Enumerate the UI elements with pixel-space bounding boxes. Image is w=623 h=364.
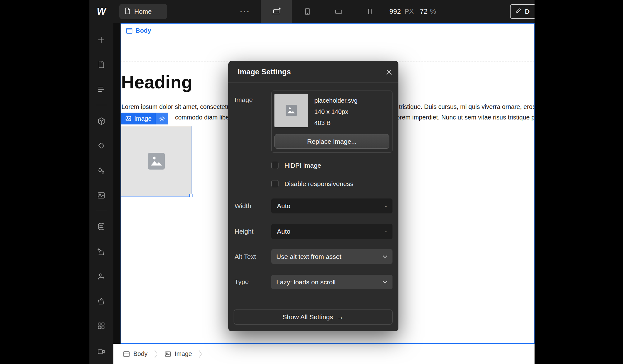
apps-grid-icon [97,322,105,330]
gear-icon [159,116,165,122]
breadcrumb-label: Image [175,350,192,357]
breadcrumb-label: Body [133,350,148,357]
alt-text-label: Alt Text [235,253,256,260]
show-all-settings-button[interactable]: Show All Settings → [234,310,392,324]
canvas-width-value[interactable]: 992 [389,7,401,16]
pages-button[interactable] [94,57,109,72]
breakpoint-desktop-base[interactable] [261,0,292,23]
page-icon [125,7,131,16]
assets-button[interactable] [94,188,109,203]
image-icon [164,351,171,357]
close-button[interactable] [386,69,392,76]
load-type-select[interactable]: Lazy: loads on scroll [271,275,392,289]
breakpoint-switcher [261,0,385,23]
element-settings-button[interactable] [156,113,168,124]
phone-landscape-breakpoint-icon [334,7,343,16]
variables-icon [97,167,105,175]
breadcrumb-chevron-icon [198,349,202,359]
pages-icon [97,60,105,68]
modal-header: Image Settings [228,61,398,83]
asset-info: placeholder.svg 140 x 140px 403 B [314,95,358,128]
asset-thumbnail[interactable] [274,94,308,127]
canvas-heading[interactable]: Heading [121,72,193,92]
components-button[interactable] [94,114,109,128]
webflow-logo: W [97,6,106,17]
ecommerce-sparkle-icon [97,248,105,256]
breakpoint-phone-portrait[interactable] [354,0,385,23]
logic-button[interactable] [94,294,109,309]
breadcrumb-item-body[interactable]: Body [123,350,148,357]
breadcrumb-item-image[interactable]: Image [164,350,192,357]
main-menu-button[interactable]: W [89,0,113,23]
image-icon [125,115,131,122]
disable-responsiveness-row: Disable responsiveness [271,180,354,187]
height-label: Height [235,228,254,235]
image-label-text: Image [134,115,152,122]
user-sparkle-icon [97,273,105,281]
height-value: Auto [277,228,385,235]
image-settings-modal: Image Settings Image placeh [228,61,398,331]
toolbar-divider [96,105,107,105]
add-elements-button[interactable] [94,32,109,47]
video-icon [97,348,105,356]
image-placeholder-glyph [284,104,298,117]
assets-icon [97,191,105,199]
more-menu-button[interactable]: ··· [236,6,254,17]
modal-title: Image Settings [238,61,291,83]
asset-group: placeholder.svg 140 x 140px 403 B Replac… [271,91,392,153]
body-label-text: Body [136,27,151,34]
close-icon [386,69,392,75]
navigator-button[interactable] [94,82,109,97]
alt-text-value: Use alt text from asset [276,253,383,260]
users-button[interactable] [94,269,109,284]
disable-responsiveness-checkbox-label: Disable responsiveness [284,180,354,188]
body-selection-label[interactable]: Body [126,27,151,34]
breakpoint-phone-landscape[interactable] [323,0,354,23]
video-tutorials-button[interactable] [94,344,109,359]
breakpoint-tablet[interactable] [292,0,323,23]
page-tab-label: Home [134,8,152,15]
chevron-down-icon [383,281,388,284]
pencil-icon [515,8,521,16]
replace-image-button[interactable]: Replace Image... [274,134,389,149]
chevron-down-icon [383,255,388,258]
show-all-settings-label: Show All Settings [283,313,333,321]
cms-button[interactable] [94,219,109,234]
variables-button[interactable] [94,163,109,178]
page-tab-home[interactable]: Home [119,4,167,19]
zoom-unit: % [430,7,436,16]
design-mode-label: D [525,8,530,15]
laptop-base-breakpoint-icon [271,7,281,16]
image-element[interactable] [121,126,192,196]
width-unit-dropdown[interactable]: - [385,202,387,210]
resize-handle[interactable] [189,194,193,197]
disable-responsiveness-checkbox[interactable] [271,180,278,187]
navigator-icon [97,85,105,93]
image-selection-tag[interactable]: Image [121,113,156,124]
bag-icon [97,297,105,305]
width-label: Width [235,202,251,210]
hidpi-checkbox[interactable] [271,162,278,169]
height-unit-dropdown[interactable]: - [385,228,387,235]
canvas-width-unit: PX [405,7,414,16]
height-input[interactable]: Auto - [271,224,392,239]
image-placeholder-glyph [146,151,167,171]
image-selection-label: Image [121,113,168,124]
cms-icon [97,222,105,231]
asset-dimensions: 140 x 140px [314,106,358,117]
hidpi-checkbox-label: HiDPI image [284,162,321,169]
apps-button[interactable] [94,318,109,333]
type-label: Type [235,278,249,286]
hidpi-row: HiDPI image [271,162,321,169]
ecommerce-button[interactable] [94,245,109,259]
width-value: Auto [277,202,385,210]
phone-portrait-breakpoint-icon [366,7,374,16]
design-mode-button[interactable]: D [510,4,535,19]
alt-text-select[interactable]: Use alt text from asset [271,249,392,264]
arrow-right-icon: → [337,313,344,321]
zoom-value[interactable]: 72 [420,7,427,16]
width-input[interactable]: Auto - [271,198,392,213]
interactions-button[interactable] [94,138,109,153]
interactions-icon [97,142,105,150]
image-row-label: Image [235,96,253,104]
